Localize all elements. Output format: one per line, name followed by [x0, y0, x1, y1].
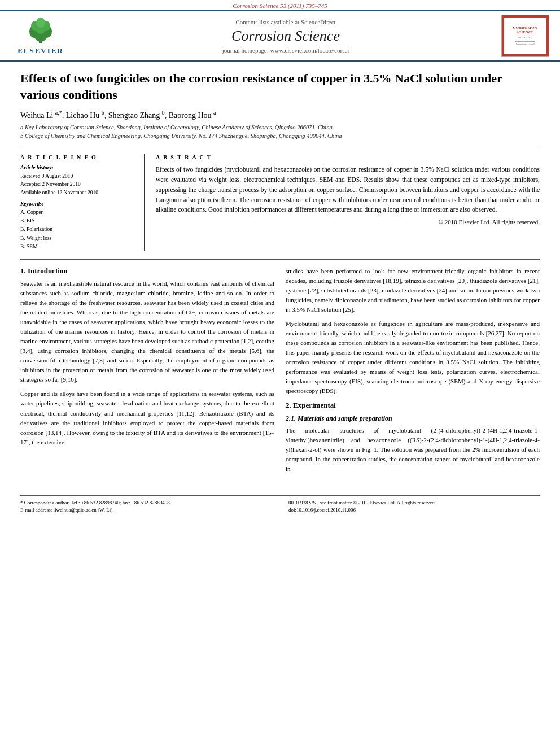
cover-title: CORROSIONSCIENCE	[513, 25, 537, 35]
corresponding-note: * Corresponding author. Tel.: +86 532 82…	[20, 499, 272, 507]
journal-header: ELSEVIER Contents lists available at Sci…	[0, 10, 560, 62]
publisher-logo: ELSEVIER	[7, 15, 75, 57]
keyword-5: B. SEM	[20, 243, 136, 251]
body-para-5: The molecular structures of myclobutanil…	[286, 426, 540, 474]
journal-homepage: journal homepage: www.elsevier.com/locat…	[222, 47, 349, 54]
body-section: 1. Introduction Seawater is an inexhaust…	[20, 259, 540, 478]
journal-bar: Corrosion Science 53 (2011) 735–745	[0, 0, 560, 10]
cover-box: CORROSIONSCIENCE Vol. 53 · 2011 Internat…	[501, 15, 549, 57]
footer-rights: 0010-938X/$ - see front matter © 2010 El…	[288, 499, 540, 514]
sciencedirect-line: Contents lists available at ScienceDirec…	[235, 19, 335, 25]
body-para-2: Copper and its alloys have been found in…	[20, 389, 274, 447]
accepted-date: Accepted 2 November 2010	[20, 180, 136, 188]
body-para-1: Seawater is an inexhaustible natural res…	[20, 279, 274, 385]
section1-heading: 1. Introduction	[20, 267, 274, 276]
authors-text: Weihua Li a,*, Lichao Hu b, Shengtao Zha…	[20, 111, 216, 120]
svg-point-7	[36, 18, 45, 28]
keyword-3: B. Polarization	[20, 225, 136, 234]
info-abstract-section: A R T I C L E I N F O Article history: R…	[20, 148, 540, 251]
doi-note: doi:10.1016/j.corsci.2010.11.006	[288, 506, 540, 514]
body-para-3: studies have been performed to look for …	[286, 267, 540, 314]
article-info-label: A R T I C L E I N F O	[20, 154, 136, 160]
received-date: Received 9 August 2010	[20, 172, 136, 180]
elsevier-tree-icon	[24, 17, 58, 45]
keywords-label: Keywords:	[20, 201, 136, 207]
affiliation-a: a Key Laboratory of Corrosion Science, S…	[20, 124, 540, 132]
journal-cover: CORROSIONSCIENCE Vol. 53 · 2011 Internat…	[497, 15, 553, 57]
journal-citation: Corrosion Science 53 (2011) 735–745	[233, 2, 327, 9]
elsevier-logo: ELSEVIER	[18, 17, 64, 55]
affiliation-b: b College of Chemistry and Chemical Engi…	[20, 132, 540, 141]
abstract-text: Effects of two fungicides (myclobutanil …	[156, 165, 540, 215]
article-info-column: A R T I C L E I N F O Article history: R…	[20, 154, 145, 251]
available-date: Available online 12 November 2010	[20, 189, 136, 196]
keyword-1: A. Copper	[20, 208, 136, 217]
body-right-column: studies have been performed to look for …	[286, 267, 540, 478]
article-history: Article history: Received 9 August 2010 …	[20, 165, 136, 196]
cover-inner: CORROSIONSCIENCE Vol. 53 · 2011 Internat…	[504, 18, 546, 54]
abstract-copyright: © 2010 Elsevier Ltd. All rights reserved…	[156, 219, 540, 225]
elsevier-text: ELSEVIER	[18, 46, 64, 55]
section2-sub: 2.1. Materials and sample preparation	[286, 414, 540, 423]
abstract-column: A B S T R A C T Effects of two fungicide…	[156, 154, 540, 251]
email-note: E-mail address: liweihua@qdio.ac.cn (W. …	[20, 506, 272, 514]
article-title: Effects of two fungicides on the corrosi…	[20, 71, 540, 103]
abstract-label: A B S T R A C T	[156, 154, 540, 160]
keyword-4: B. Weight loss	[20, 234, 136, 243]
keywords-section: Keywords: A. Copper B. EIS B. Polarizati…	[20, 201, 136, 251]
keyword-2: B. EIS	[20, 217, 136, 225]
footer-section: * Corresponding author. Tel.: +86 532 82…	[20, 495, 540, 514]
section2-heading: 2. Experimental	[286, 401, 540, 410]
each-word: each	[528, 446, 540, 453]
body-left-column: 1. Introduction Seawater is an inexhaust…	[20, 267, 274, 478]
journal-name: Corrosion Science	[231, 28, 340, 45]
journal-info-center: Contents lists available at ScienceDirec…	[80, 15, 491, 57]
main-content: Effects of two fungicides on the corrosi…	[0, 62, 560, 490]
body-para-4: Myclobutanil and hexaconazole as fungici…	[286, 319, 540, 396]
issn-note: 0010-938X/$ - see front matter © 2010 El…	[288, 499, 540, 507]
cover-sub: Vol. 53 · 2011 International Journal	[515, 36, 534, 46]
footer-footnote: * Corresponding author. Tel.: +86 532 82…	[20, 499, 272, 514]
affiliations: a Key Laboratory of Corrosion Science, S…	[20, 124, 540, 140]
history-label: Article history:	[20, 165, 136, 171]
authors-line: Weihua Li a,*, Lichao Hu b, Shengtao Zha…	[20, 110, 540, 120]
